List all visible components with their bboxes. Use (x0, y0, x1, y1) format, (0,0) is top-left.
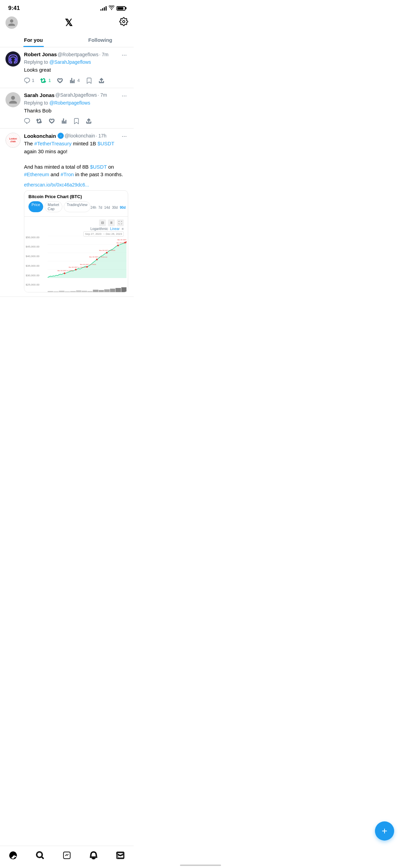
tweet-content-sarah: Sarah Jonas @SarahJpageflows · 7m ··· Re… (24, 92, 128, 124)
svg-text:Mint 1B USDT on #Ethereum: Mint 1B USDT on #Ethereum (89, 256, 108, 258)
tweet-robert: Robert Jonas @Robertpageflows · 7m ··· R… (0, 47, 134, 88)
avatar-lookonchain[interactable]: Lookonchain (5, 133, 21, 148)
volume-bars (48, 287, 126, 292)
tweet-time-lookonchain: · 17h (96, 133, 106, 138)
avatar-robert[interactable] (5, 51, 21, 67)
tweet-time-sarah: · 7m (98, 92, 107, 98)
user-avatar[interactable] (5, 16, 18, 29)
scale-linear[interactable]: Linear (110, 227, 120, 231)
svg-point-0 (5, 51, 21, 67)
tweet-actions-robert: 1 1 4 (24, 77, 128, 84)
tweet-name-lookonchain: Lookonchain (24, 133, 56, 139)
svg-point-13 (106, 252, 108, 253)
tf-180d[interactable]: 180d (128, 206, 128, 209)
reply-to-link-robert[interactable]: @SarahJpageflows (49, 59, 91, 65)
share-action-sarah[interactable] (86, 118, 92, 124)
retweet-action-sarah[interactable] (36, 118, 42, 124)
tweet-text-lookonchain: The #TetherTreasury minted 1B $USDT agai… (24, 140, 128, 179)
avatar-sarah[interactable] (5, 92, 21, 107)
y-label-40k: $40,000.00 (26, 255, 39, 258)
like-action-robert[interactable] (57, 77, 63, 84)
svg-text:Mint 1B USDT on #TRON: Mint 1B USDT on #TRON (118, 239, 126, 241)
chart-controls: ⊟ ⏸ ⛶ (99, 219, 124, 226)
chart-icon-pause[interactable]: ⏸ (108, 219, 115, 226)
tweet-lookonchain: Lookonchain Lookonchain @lookonchain · 1… (0, 129, 134, 297)
like-action-sarah[interactable] (49, 118, 55, 124)
more-options-lookonchain[interactable]: ··· (120, 133, 128, 140)
svg-text:Mint 1B USDT on #TRON: Mint 1B USDT on #TRON (58, 270, 74, 272)
tweet-text-robert: Looks great (24, 66, 128, 74)
etherscan-link[interactable]: etherscan.io/tx/0xc46a29dc6... (24, 182, 128, 188)
usdt-link-2[interactable]: $USDT (90, 164, 107, 170)
svg-text:Mint 1B USDT on #Ethereum: Mint 1B USDT on #Ethereum (69, 266, 87, 268)
tab-for-you[interactable]: For you (0, 32, 67, 47)
tf-24h[interactable]: 24h (90, 206, 96, 209)
retweet-action-robert[interactable]: 1 (40, 77, 51, 84)
svg-point-10 (75, 269, 77, 270)
y-label-50k: $50,000.00 (26, 236, 39, 239)
reply-to-link-sarah[interactable]: @Robertpageflows (49, 100, 90, 106)
tweet-sarah: Sarah Jonas @SarahJpageflows · 7m ··· Re… (0, 88, 134, 129)
tether-treasury-link[interactable]: #TetherTreasury (34, 141, 72, 146)
svg-point-9 (64, 272, 65, 274)
views-action-robert[interactable]: 4 (69, 77, 80, 84)
tweet-actions-sarah (24, 118, 128, 124)
chart-menu[interactable]: ≡ (122, 227, 124, 231)
chart-tab-price[interactable]: Price (28, 201, 43, 212)
reply-to-sarah: Replying to @Robertpageflows (24, 100, 128, 106)
scale-logarithmic[interactable]: Logarithmic (90, 227, 108, 231)
bookmark-action-sarah[interactable] (73, 118, 80, 124)
chart-tab-marketcap[interactable]: Market Cap (45, 201, 62, 212)
chart-tab-tradingview[interactable]: TradingView (64, 201, 91, 212)
y-label-30k: $30,000.00 (26, 274, 39, 277)
chart-title: Bitcoin Price Chart (BTC) (28, 194, 124, 199)
svg-point-12 (96, 258, 98, 260)
tweet-handle-sarah: @SarahJpageflows (55, 92, 97, 98)
comment-action-robert[interactable]: 1 (24, 77, 34, 84)
usdt-link-1[interactable]: $USDT (98, 141, 114, 146)
bookmark-action-robert[interactable] (86, 77, 92, 84)
status-icons (100, 5, 125, 11)
svg-point-1 (9, 58, 12, 61)
tweet-meta-robert: Robert Jonas @Robertpageflows · 7m (24, 51, 120, 57)
tweet-name-sarah: Sarah Jonas (24, 92, 54, 98)
tweet-handle-lookonchain: @lookonchain (64, 133, 95, 138)
status-bar: 9:41 (0, 0, 134, 14)
settings-icon[interactable] (119, 17, 128, 28)
svg-point-2 (14, 58, 17, 61)
svg-text:Mint 1B USDT on #TRON: Mint 1B USDT on #TRON (80, 263, 96, 265)
tweet-time-robert: · 7m (99, 52, 108, 57)
tf-7d[interactable]: 7d (98, 206, 102, 209)
chart-icon-expand[interactable]: ⛶ (117, 219, 124, 226)
chart-timeframes: 24h 7d 14d 30d 90d 180d 1y Max (90, 206, 128, 209)
tf-90d[interactable]: 90d (120, 206, 125, 209)
more-options-robert[interactable]: ··· (120, 51, 128, 59)
tweet-content-robert: Robert Jonas @Robertpageflows · 7m ··· R… (24, 51, 128, 84)
tf-14d[interactable]: 14d (104, 206, 110, 209)
chart-scale-options: Logarithmic Linear ≡ (90, 227, 124, 231)
chart-icon-reset[interactable]: ⊟ (99, 219, 106, 226)
views-action-sarah[interactable] (61, 118, 67, 124)
tweet-name-robert: Robert Jonas (24, 51, 57, 57)
svg-point-14 (117, 244, 119, 246)
ethereum-link[interactable]: #Ethereum (24, 171, 49, 177)
reply-to-robert: Replying to @SarahJpageflows (24, 59, 128, 65)
app-header: 𝕏 (0, 14, 134, 32)
more-options-sarah[interactable]: ··· (120, 92, 128, 99)
share-action-robert[interactable] (98, 77, 105, 84)
chart-body: ⊟ ⏸ ⛶ Logarithmic Linear ≡ Sep 27, 2023 … (24, 217, 128, 292)
verified-badge-lookonchain (58, 133, 64, 139)
tweet-text-sarah: Thanks Bob (24, 107, 128, 115)
comment-action-sarah[interactable] (24, 118, 30, 124)
y-label-25k: $25,000.00 (26, 283, 39, 286)
battery-icon (117, 6, 125, 11)
tweet-meta-lookonchain: Lookonchain @lookonchain · 17h (24, 133, 120, 139)
tron-link[interactable]: #Tron (61, 171, 74, 177)
feed-tabs: For you Following (0, 32, 134, 47)
chart-header: Bitcoin Price Chart (BTC) Price Market C… (24, 191, 128, 217)
tab-following[interactable]: Following (67, 32, 134, 47)
tf-30d[interactable]: 30d (112, 206, 118, 209)
tweet-content-lookonchain: Lookonchain @lookonchain · 17h ··· The #… (24, 133, 128, 292)
chart-tabs: Price Market Cap TradingView (28, 201, 90, 212)
y-label-45k: $45,000.00 (26, 245, 39, 248)
